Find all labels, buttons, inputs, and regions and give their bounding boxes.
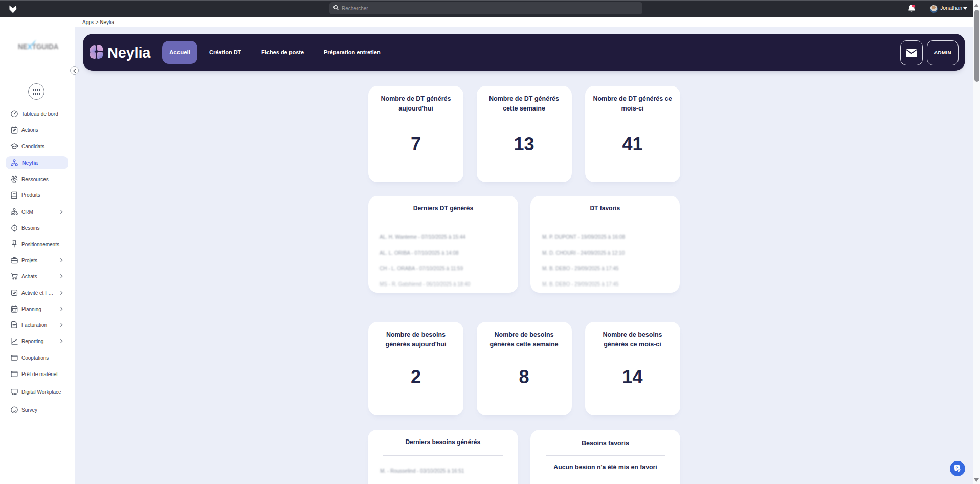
svg-text:?: ? [955, 466, 959, 470]
